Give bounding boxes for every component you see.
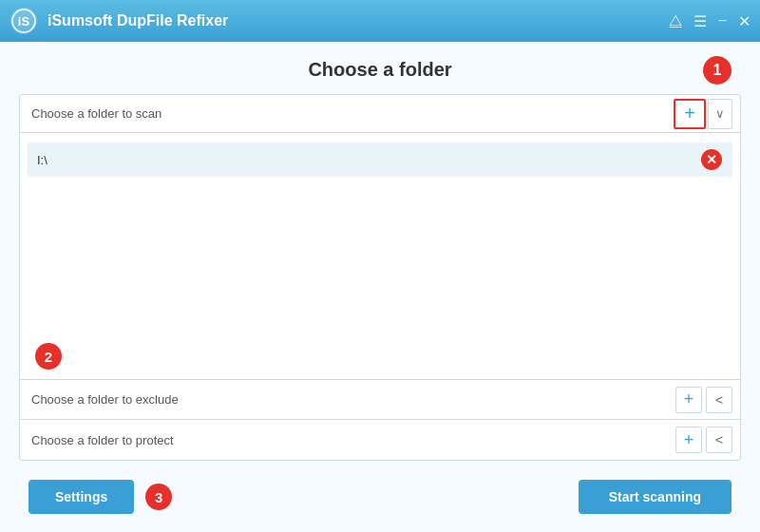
close-icon[interactable]: ✕ [738, 12, 750, 30]
scan-section-label: Choose a folder to scan [31, 106, 674, 121]
share-icon[interactable]: ⧋ [669, 12, 682, 29]
protect-section-label: Choose a folder to protect [31, 433, 675, 447]
page-title: Choose a folder [308, 59, 451, 81]
step-badge-1: 1 [703, 56, 732, 85]
scan-section: Choose a folder to scan + ∨ I:\ ✕ 2 [20, 95, 740, 380]
left-controls: Settings 3 [28, 480, 172, 514]
page-header: Choose a folder 1 [19, 42, 741, 94]
remove-folder-button[interactable]: ✕ [700, 148, 723, 171]
window-controls: ⧋ ☰ − ✕ [669, 12, 750, 30]
add-scan-folder-button[interactable]: + [674, 99, 706, 129]
main-content: Choose a folder 1 Choose a folder to sca… [0, 42, 760, 532]
remove-icon: ✕ [701, 149, 722, 170]
menu-icon[interactable]: ☰ [694, 12, 707, 30]
exclude-section-label: Choose a folder to exclude [31, 392, 675, 407]
scan-folder-list: I:\ ✕ 2 [20, 133, 740, 379]
step-badge-3: 3 [145, 484, 172, 510]
scan-section-header: Choose a folder to scan + ∨ [20, 95, 740, 133]
exclude-controls: + < [675, 387, 732, 413]
app-title: iSumsoft DupFile Refixer [48, 12, 669, 29]
protect-collapse-button[interactable]: < [706, 427, 732, 453]
sections-container: Choose a folder to scan + ∨ I:\ ✕ 2 Choo… [19, 94, 741, 461]
step-badge-2: 2 [35, 343, 62, 370]
folder-path: I:\ [37, 153, 700, 167]
title-bar: iS iSumsoft DupFile Refixer ⧋ ☰ − ✕ [0, 0, 760, 42]
protect-section: Choose a folder to protect + < [20, 420, 740, 460]
settings-button[interactable]: Settings [28, 480, 134, 514]
minimize-icon[interactable]: − [718, 12, 727, 29]
app-logo: iS [10, 7, 38, 35]
scan-section-chevron[interactable]: ∨ [708, 99, 732, 129]
table-row: I:\ ✕ [28, 142, 732, 177]
add-exclude-folder-button[interactable]: + [675, 387, 702, 413]
exclude-section: Choose a folder to exclude + < [20, 380, 740, 420]
exclude-collapse-button[interactable]: < [706, 387, 732, 413]
start-scanning-button[interactable]: Start scanning [579, 480, 732, 514]
bottom-toolbar: Settings 3 Start scanning [19, 474, 741, 518]
protect-controls: + < [675, 427, 732, 453]
svg-text:iS: iS [18, 14, 30, 28]
add-protect-folder-button[interactable]: + [675, 427, 702, 453]
